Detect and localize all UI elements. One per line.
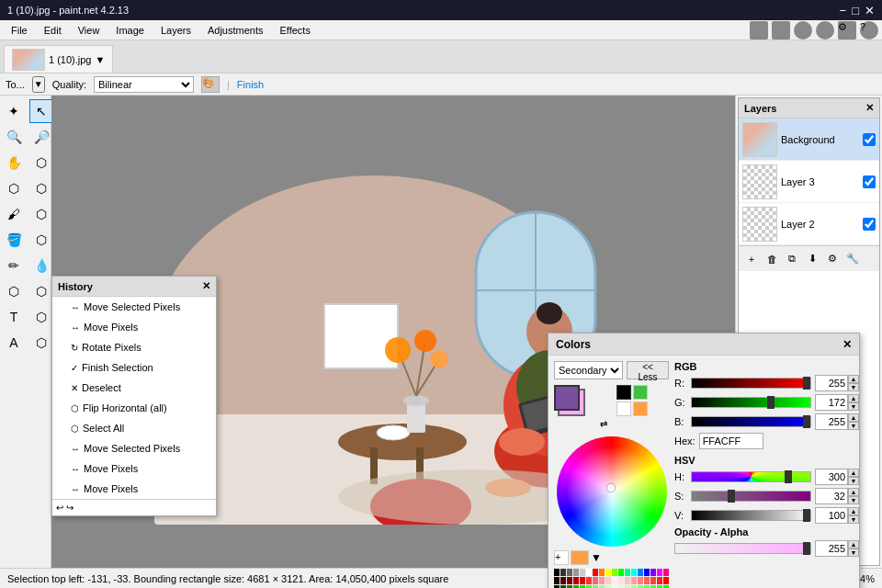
menu-layers[interactable]: Layers <box>153 23 198 38</box>
layer-visibility-checkbox[interactable] <box>863 175 876 188</box>
v-increment-button[interactable]: ▲ <box>848 507 859 515</box>
palette-cell[interactable] <box>605 577 611 584</box>
h-slider[interactable] <box>691 471 811 482</box>
tool-dropdown-button[interactable]: ▼ <box>32 76 45 93</box>
tool-clone[interactable]: ⬡ <box>2 279 26 303</box>
palette-add-button[interactable]: + <box>554 550 569 565</box>
r-value-field[interactable] <box>815 375 848 391</box>
tool-pencil[interactable]: ✏ <box>2 254 26 277</box>
menu-edit[interactable]: Edit <box>37 23 69 38</box>
history-item[interactable]: ↔Move Selected Pixels <box>52 438 216 458</box>
less-button[interactable]: << Less <box>627 361 669 379</box>
palette-cell[interactable] <box>631 577 637 584</box>
menu-effects[interactable]: Effects <box>273 23 318 38</box>
r-decrement-button[interactable]: ▼ <box>848 383 859 391</box>
menu-view[interactable]: View <box>71 23 107 38</box>
palette-cell[interactable] <box>625 569 630 576</box>
nav-forward-icon[interactable] <box>772 21 790 40</box>
tool-shapes2[interactable]: ⬡ <box>29 331 53 355</box>
white-swatch[interactable] <box>616 401 631 416</box>
menu-image[interactable]: Image <box>108 23 152 38</box>
history-item[interactable]: ↔Move Pixels <box>52 317 216 337</box>
tool-pan[interactable]: ✋ <box>2 151 26 175</box>
palette-cell[interactable] <box>567 577 572 584</box>
quality-select[interactable]: Bilinear Nearest Neighbor <box>94 76 194 93</box>
nav-back-icon[interactable] <box>750 21 768 40</box>
layer-settings-button[interactable]: 🔧 <box>843 250 862 268</box>
palette-cell[interactable] <box>638 577 643 584</box>
palette-color-button[interactable] <box>571 550 589 565</box>
palette-cell[interactable] <box>593 569 598 576</box>
palette-cell[interactable] <box>599 569 605 576</box>
history-item[interactable]: ⬡Flip Horizontal (all) <box>52 398 216 418</box>
tool-magic[interactable]: ⬡ <box>29 176 53 200</box>
s-slider[interactable] <box>691 491 811 502</box>
hex-input[interactable] <box>699 433 763 449</box>
layer-visibility-checkbox[interactable] <box>863 218 876 231</box>
b-value-field[interactable] <box>815 413 848 430</box>
opacity-decrement-button[interactable]: ▼ <box>848 548 859 557</box>
tool-dropper[interactable]: 💧 <box>29 254 53 277</box>
orange-swatch[interactable] <box>633 401 648 416</box>
add-layer-button[interactable]: + <box>742 250 761 268</box>
tool-gradient[interactable]: ⬡ <box>29 228 53 252</box>
palette-cell[interactable] <box>567 569 572 576</box>
primary-swatch[interactable] <box>554 385 580 411</box>
palette-cell[interactable] <box>573 569 579 576</box>
black-swatch[interactable] <box>616 385 631 400</box>
palette-cell[interactable] <box>650 569 656 576</box>
history-item[interactable]: ↔Move Selected Pixels <box>52 297 216 317</box>
history-item[interactable]: ✓Finish Selection <box>52 357 216 378</box>
h-value-field[interactable] <box>815 469 848 485</box>
palette-cell[interactable] <box>612 577 617 584</box>
g-value-field[interactable] <box>815 394 848 411</box>
palette-cell[interactable] <box>599 577 605 584</box>
palette-cell[interactable] <box>625 577 630 584</box>
merge-layer-button[interactable]: ⬇ <box>803 250 821 268</box>
minimize-button[interactable]: − <box>840 4 847 17</box>
palette-cell[interactable] <box>593 577 598 584</box>
palette-cell[interactable] <box>618 577 624 584</box>
v-decrement-button[interactable]: ▼ <box>848 515 859 524</box>
layer-visibility-checkbox[interactable] <box>863 133 876 146</box>
tab-dropdown-icon[interactable]: ▼ <box>95 54 105 65</box>
s-value-field[interactable] <box>815 488 848 504</box>
tool-select[interactable]: ↖ <box>29 99 53 123</box>
tool-recolor[interactable]: ⬡ <box>29 279 53 303</box>
b-decrement-button[interactable]: ▼ <box>848 422 859 430</box>
b-value-input[interactable]: ▲ ▼ <box>815 413 859 430</box>
palette-cell[interactable] <box>638 569 643 576</box>
tool-shapes[interactable]: A <box>2 331 26 355</box>
b-slider[interactable] <box>691 416 811 427</box>
color-wheel-container[interactable] <box>557 436 667 547</box>
palette-cell[interactable] <box>618 569 624 576</box>
opacity-value-input[interactable]: ▲ ▼ <box>815 540 859 557</box>
delete-layer-button[interactable]: 🗑 <box>763 250 781 268</box>
layer-properties-button[interactable]: ⚙ <box>823 250 842 268</box>
b-increment-button[interactable]: ▲ <box>848 413 859 422</box>
history-close-button[interactable]: ✕ <box>202 280 210 292</box>
h-increment-button[interactable]: ▲ <box>848 469 859 477</box>
palette-cell[interactable] <box>560 569 566 576</box>
finish-button[interactable]: Finish <box>237 79 264 90</box>
tool-text[interactable]: T <box>2 305 26 329</box>
tool-paint[interactable]: 🖌 <box>2 202 26 226</box>
opacity-slider[interactable] <box>674 543 811 554</box>
layer-item-layer2[interactable]: Layer 2 <box>739 203 879 245</box>
maximize-button[interactable]: □ <box>852 4 859 17</box>
palette-cell[interactable] <box>612 569 617 576</box>
palette-dropdown-icon[interactable]: ▼ <box>591 551 602 564</box>
primary-color-icon[interactable] <box>794 21 812 40</box>
layers-close-button[interactable]: ✕ <box>865 102 874 114</box>
s-increment-button[interactable]: ▲ <box>848 488 859 496</box>
opacity-increment-button[interactable]: ▲ <box>848 540 859 548</box>
g-increment-button[interactable]: ▲ <box>848 394 859 402</box>
g-value-input[interactable]: ▲ ▼ <box>815 394 859 411</box>
palette-cell[interactable] <box>573 577 579 584</box>
colors-close-button[interactable]: ✕ <box>842 338 852 351</box>
settings-icon[interactable]: ⚙ <box>838 21 856 40</box>
help-icon[interactable]: ? <box>860 21 878 40</box>
r-value-input[interactable]: ▲ ▼ <box>815 375 859 391</box>
h-decrement-button[interactable]: ▼ <box>848 477 859 485</box>
layer-item-layer3[interactable]: Layer 3 <box>739 161 879 203</box>
